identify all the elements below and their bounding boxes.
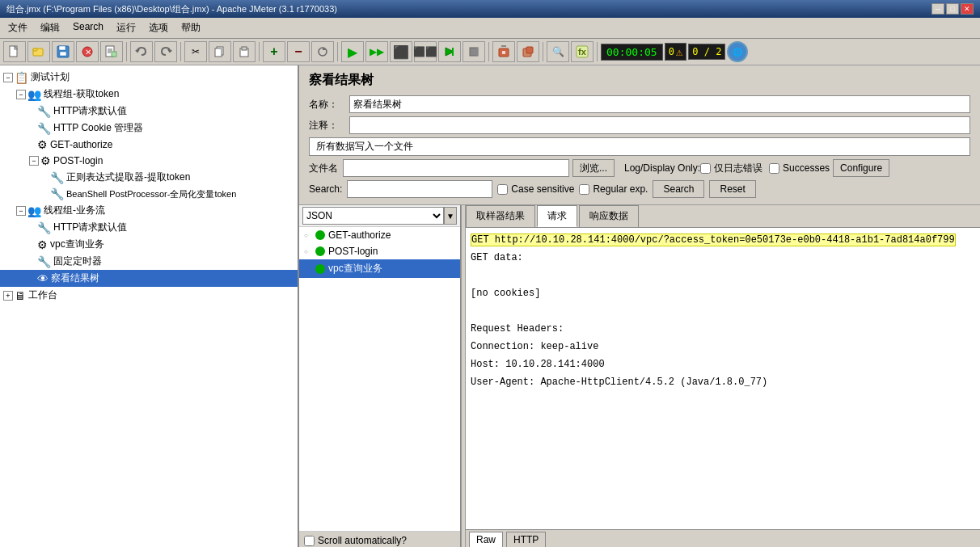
- world-button[interactable]: 🌐: [727, 41, 748, 62]
- plan-icon: 📋: [15, 71, 28, 84]
- menu-run[interactable]: 运行: [112, 19, 141, 36]
- regular-exp-checkbox[interactable]: [579, 184, 589, 195]
- case-sensitive-checkbox[interactable]: [497, 184, 508, 195]
- minimize-btn[interactable]: ─: [931, 3, 944, 15]
- menu-search[interactable]: Search: [68, 19, 108, 36]
- play-all-button[interactable]: ▶▶: [365, 41, 388, 62]
- expand-workbench[interactable]: +: [3, 291, 13, 301]
- menu-help[interactable]: 帮助: [176, 19, 205, 36]
- tree-item-group1[interactable]: − 👥 线程组-获取token: [0, 86, 298, 103]
- result-item-post-login[interactable]: ○ POST-login: [299, 243, 460, 259]
- result-item-vpc[interactable]: vpc查询业务: [299, 259, 460, 278]
- tree-item-workbench[interactable]: + 🖥 工作台: [0, 287, 298, 304]
- tree-item-beanshell[interactable]: 🔧 BeanShell PostProcessor-全局化变量token: [0, 186, 298, 202]
- bottom-tab-raw[interactable]: Raw: [469, 532, 503, 547]
- tab-request[interactable]: 请求: [537, 205, 577, 227]
- file-section: 所有数据写入一个文件: [309, 137, 970, 156]
- left-tree-panel: − 📋 测试计划 − 👥 线程组-获取token 🔧 HTTP请求默认值 🔧 H…: [0, 65, 299, 547]
- reset-button[interactable]: Reset: [709, 180, 755, 198]
- menu-edit[interactable]: 编辑: [36, 19, 65, 36]
- detail-content: GET http://10.10.28.141:4000/vpc/?access…: [466, 228, 980, 529]
- remote-stop-button[interactable]: [463, 41, 485, 62]
- log-errors-group: 仅日志错误: [700, 162, 762, 175]
- tree-item-http1[interactable]: 🔧 HTTP请求默认值: [0, 103, 298, 120]
- play-button[interactable]: ▶: [341, 41, 364, 62]
- paste-button[interactable]: [233, 41, 256, 62]
- search-button[interactable]: Search: [653, 180, 704, 198]
- stop-all-button[interactable]: ⬛⬛: [414, 41, 437, 62]
- tree-item-timer[interactable]: 🔧 固定定时器: [0, 253, 298, 270]
- undo-button[interactable]: [130, 41, 153, 62]
- title-text: 组合.jmx (F:\Program Files (x86)\Desktop\组…: [6, 3, 337, 15]
- name-input[interactable]: [349, 95, 970, 113]
- url-text: GET http://10.10.28.141:4000/vpc/?access…: [471, 234, 956, 246]
- func-button[interactable]: fx: [571, 41, 593, 62]
- remote-start-button[interactable]: [438, 41, 461, 62]
- menu-options[interactable]: 选项: [144, 19, 173, 36]
- tree-item-regex[interactable]: 🔧 正则表达式提取器-提取token: [0, 169, 298, 186]
- reset-button[interactable]: [311, 41, 334, 62]
- tree-item-vpc[interactable]: ⚙ vpc查询业务: [0, 236, 298, 253]
- tree-label-group1: 线程组-获取token: [44, 87, 119, 101]
- expand-post-login[interactable]: −: [29, 156, 39, 166]
- close-btn[interactable]: ✕: [961, 3, 974, 15]
- clear-all-button[interactable]: [517, 41, 539, 62]
- bottom-tab-http[interactable]: HTTP: [506, 532, 546, 547]
- remove-button[interactable]: −: [287, 41, 310, 62]
- tree-collapse-btn[interactable]: ▼: [444, 207, 457, 225]
- copy-button[interactable]: [209, 41, 231, 62]
- save-button[interactable]: [52, 41, 74, 62]
- expand-plan[interactable]: −: [3, 73, 13, 82]
- titlebar: 组合.jmx (F:\Program Files (x86)\Desktop\组…: [0, 0, 980, 18]
- headers-title: Request Headers:: [471, 322, 975, 336]
- tree-label-beanshell: BeanShell PostProcessor-全局化变量token: [66, 188, 236, 200]
- saveas-button[interactable]: [100, 41, 123, 62]
- log-errors-checkbox[interactable]: [700, 163, 711, 174]
- tree-item-results[interactable]: 👁 察看结果树: [0, 270, 298, 287]
- tab-response-data[interactable]: 响应数据: [579, 205, 639, 227]
- tab-sampler-result[interactable]: 取样器结果: [466, 205, 535, 227]
- find-button[interactable]: 🔍: [547, 41, 569, 62]
- sep5: [488, 42, 489, 61]
- scroll-auto-checkbox[interactable]: [304, 536, 315, 546]
- tree-item-post-login[interactable]: − ⚙ POST-login: [0, 153, 298, 169]
- expand-group2[interactable]: −: [16, 206, 26, 216]
- tree-item-group2[interactable]: − 👥 线程组-业务流: [0, 202, 298, 219]
- menu-file[interactable]: 文件: [3, 19, 32, 36]
- result-label-post-login: POST-login: [328, 246, 378, 257]
- configure-button[interactable]: Configure: [833, 159, 889, 177]
- open-button[interactable]: [27, 41, 50, 62]
- stop-button[interactable]: ⬛: [390, 41, 412, 62]
- browse-button[interactable]: 浏览...: [572, 159, 615, 177]
- tree-label-http1: HTTP请求默认值: [53, 104, 127, 118]
- expand-group1[interactable]: −: [16, 90, 26, 99]
- tree-item-http2[interactable]: 🔧 HTTP请求默认值: [0, 219, 298, 236]
- successes-checkbox[interactable]: [769, 163, 779, 174]
- svg-rect-3: [33, 48, 37, 51]
- tree-item-plan[interactable]: − 📋 测试计划: [0, 69, 298, 86]
- group1-icon: 👥: [27, 88, 41, 101]
- clear-button[interactable]: [492, 41, 515, 62]
- close-file-button[interactable]: ✕: [76, 41, 99, 62]
- tree-item-cookie[interactable]: 🔧 HTTP Cookie 管理器: [0, 120, 298, 137]
- new-button[interactable]: [3, 41, 26, 62]
- redo-button[interactable]: [154, 41, 177, 62]
- tree-label-cookie: HTTP Cookie 管理器: [53, 121, 143, 135]
- maximize-btn[interactable]: □: [946, 3, 959, 15]
- log-errors-label: 仅日志错误: [714, 162, 762, 175]
- warn-icon: ⚠: [676, 45, 682, 58]
- add-button[interactable]: +: [263, 41, 285, 62]
- tree-item-get-auth[interactable]: ⚙ GET-authorize: [0, 137, 298, 153]
- beanshell-icon: 🔧: [50, 187, 64, 200]
- format-select[interactable]: JSON Text RegExp Tester XPath Tester HTM…: [302, 207, 444, 225]
- result-item-get-auth[interactable]: ○ GET-authorize: [299, 227, 460, 243]
- ratio-counter: 0 / 2: [688, 44, 725, 60]
- comment-input[interactable]: [349, 116, 970, 134]
- cut-button[interactable]: ✂: [184, 41, 207, 62]
- search-input[interactable]: [347, 180, 492, 198]
- svg-rect-24: [499, 48, 509, 57]
- url-line: GET http://10.10.28.141:4000/vpc/?access…: [471, 233, 975, 247]
- case-sensitive-label: Case sensitive: [511, 183, 574, 195]
- scroll-row: Scroll automatically?: [299, 531, 460, 547]
- filename-input[interactable]: [343, 159, 569, 177]
